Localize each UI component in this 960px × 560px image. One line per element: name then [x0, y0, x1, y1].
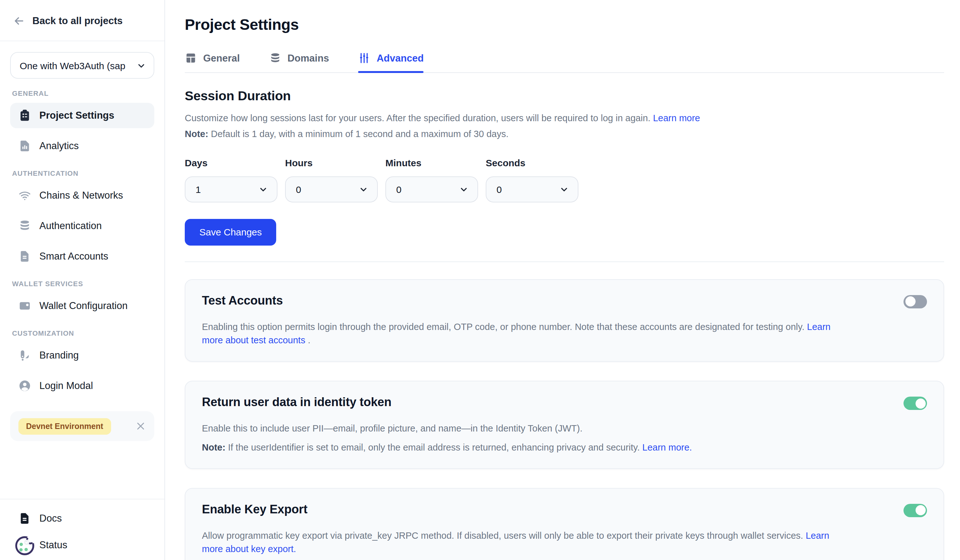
link-learn-more[interactable]: Learn more.: [642, 442, 692, 452]
cookie-icon: [18, 538, 31, 551]
learn-more-link[interactable]: Learn more: [653, 113, 700, 123]
app-window: Back to all projects One with Web3Auth (…: [0, 0, 960, 560]
sidebar-item-wallet-configuration[interactable]: Wallet Configuration: [10, 293, 154, 319]
card-header: Test Accounts: [202, 294, 927, 308]
sidebar-item-smart-accounts[interactable]: Smart Accounts: [10, 244, 154, 269]
field-minutes: Minutes0: [386, 157, 478, 202]
file-icon: [18, 250, 31, 263]
tab-label: Advanced: [376, 53, 424, 64]
sidebar-item-label: Docs: [39, 512, 62, 524]
sidebar-item-authentication[interactable]: Authentication: [10, 213, 154, 239]
sidebar-item-label: Wallet Configuration: [39, 300, 128, 311]
sidebar-item-label: Chains & Networks: [39, 190, 123, 201]
text-segment: .: [306, 335, 310, 346]
text-segment: Enabling this option permits login throu…: [202, 321, 807, 332]
section-title: Session Duration: [185, 88, 944, 104]
docs-icon: [18, 512, 31, 525]
days-select[interactable]: 1: [185, 176, 277, 202]
section-label-wallet-services: WALLET SERVICES: [12, 280, 152, 287]
sidebar-item-docs[interactable]: Docs: [10, 506, 154, 531]
sidebar: Back to all projects One with Web3Auth (…: [0, 0, 165, 560]
chevron-down-icon: [136, 60, 146, 70]
sidebar-item-chains-networks[interactable]: Chains & Networks: [10, 183, 154, 208]
text-segment: Allow programmatic key export via privat…: [202, 530, 806, 540]
tab-domains[interactable]: Domains: [269, 52, 329, 72]
card-description: Allow programmatic key export via privat…: [202, 529, 843, 557]
section-divider: [185, 261, 944, 262]
sidebar-item-project-settings[interactable]: Project Settings: [10, 103, 154, 128]
chevron-down-icon: [258, 184, 268, 194]
test-accounts-toggle[interactable]: [904, 295, 927, 308]
note-text: Default is 1 day, with a minimum of 1 se…: [211, 129, 509, 139]
card-text-line: Note: If the userIdentifier is set to em…: [202, 441, 843, 455]
environment-card: Devnet Environment: [10, 411, 154, 441]
project-selector[interactable]: One with Web3Auth (sap: [10, 52, 154, 79]
hours-select[interactable]: 0: [285, 176, 378, 202]
clipboard-icon: [18, 109, 31, 122]
main-content: Project Settings GeneralDomainsAdvanced …: [165, 0, 960, 560]
section-description: Customize how long sessions last for you…: [185, 112, 944, 126]
description-text: Customize how long sessions last for you…: [185, 113, 651, 123]
project-selector-value: One with Web3Auth (sap: [20, 60, 125, 71]
card-title: Test Accounts: [202, 294, 283, 308]
duration-fields: Days1Hours0Minutes0Seconds0: [185, 157, 944, 202]
page-title: Project Settings: [185, 16, 944, 34]
toggle-knob: [915, 398, 925, 408]
database-icon: [18, 220, 31, 232]
sidebar-item-status[interactable]: Status: [10, 532, 154, 557]
sidebar-item-branding[interactable]: Branding: [10, 343, 154, 368]
back-to-projects-link[interactable]: Back to all projects: [0, 0, 165, 41]
card-header: Return user data in identity token: [202, 395, 927, 410]
close-icon[interactable]: [135, 421, 146, 431]
select-value: 0: [396, 184, 402, 195]
field-seconds: Seconds0: [486, 157, 578, 202]
select-value: 1: [195, 184, 201, 195]
field-hours: Hours0: [285, 157, 378, 202]
card-test-accounts: Test AccountsEnabling this option permit…: [185, 279, 944, 362]
section-note: Note: Default is 1 day, with a minimum o…: [185, 128, 944, 142]
minutes-select[interactable]: 0: [386, 176, 478, 202]
toggle-knob: [905, 296, 915, 306]
sidebar-item-label: Status: [39, 539, 67, 550]
tab-label: General: [203, 53, 240, 64]
section-label-customization: CUSTOMIZATION: [12, 329, 152, 337]
text-segment: Enable this to include user PII—email, p…: [202, 423, 582, 433]
sidebar-item-analytics[interactable]: Analytics: [10, 133, 154, 159]
chevron-down-icon: [359, 184, 368, 194]
analytics-icon: [18, 140, 31, 152]
user-icon: [18, 380, 31, 392]
sidebar-item-label: Analytics: [39, 140, 79, 152]
seconds-select[interactable]: 0: [486, 176, 578, 202]
sidebar-item-label: Smart Accounts: [39, 250, 108, 262]
database-icon: [269, 52, 281, 64]
save-changes-button[interactable]: Save Changes: [185, 219, 277, 245]
card-description: Enable this to include user PII—email, p…: [202, 422, 843, 455]
field-label: Minutes: [386, 157, 478, 168]
card-enable-key-export: Enable Key ExportAllow programmatic key …: [185, 488, 944, 560]
note-label: Note:: [185, 129, 208, 139]
arrow-left-icon: [13, 14, 26, 27]
select-value: 0: [296, 184, 301, 195]
divider: [0, 41, 165, 41]
sidebar-item-label: Branding: [39, 349, 79, 361]
tab-advanced[interactable]: Advanced: [358, 52, 424, 72]
field-label: Seconds: [486, 157, 578, 168]
session-duration-section: Session Duration Customize how long sess…: [185, 88, 944, 245]
wifi-icon: [18, 189, 31, 202]
section-label-general: GENERAL: [12, 89, 152, 97]
tab-general[interactable]: General: [185, 52, 240, 72]
select-value: 0: [496, 184, 502, 195]
sidebar-nav: GENERALProject SettingsAnalyticsAUTHENTI…: [0, 79, 165, 404]
sidebar-item-login-modal[interactable]: Login Modal: [10, 373, 154, 399]
card-title: Return user data in identity token: [202, 395, 392, 409]
tab-bar: GeneralDomainsAdvanced: [185, 52, 944, 73]
sidebar-footer: DocsStatus: [0, 498, 165, 560]
text-segment: If the userIdentifier is set to email, o…: [226, 442, 642, 452]
sidebar-item-label: Authentication: [39, 220, 102, 231]
table-icon: [185, 52, 197, 64]
enable-key-export-toggle[interactable]: [904, 504, 927, 517]
field-days: Days1: [185, 157, 277, 202]
field-label: Hours: [285, 157, 378, 168]
sliders-icon: [358, 52, 370, 64]
return-user-data-in-identity-token-toggle[interactable]: [904, 397, 927, 410]
